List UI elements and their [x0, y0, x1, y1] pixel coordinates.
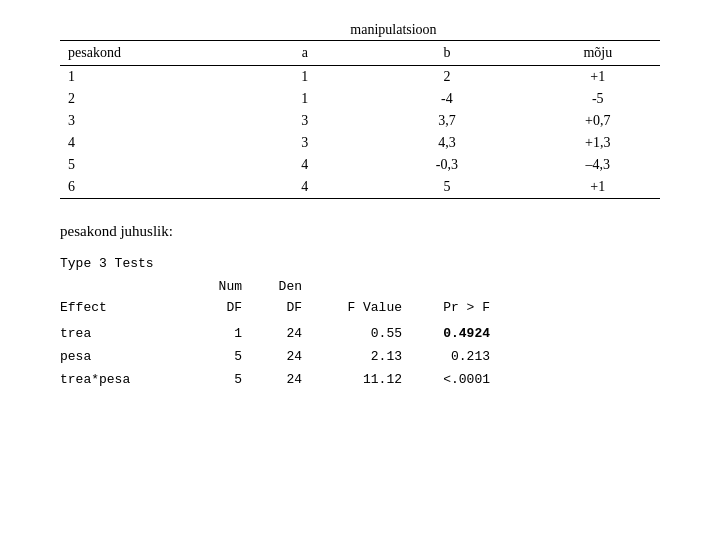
col-effect-spacer [60, 277, 190, 298]
table-row: 4 3 4,3 +1,3 [60, 132, 660, 154]
num-df-header: DF [190, 298, 250, 319]
col-fval-spacer [310, 277, 410, 298]
pr-header: Pr > F [410, 298, 490, 319]
table-row: 2 1 -4 -5 [60, 88, 660, 110]
den-df-header: DF [250, 298, 310, 319]
section-heading: pesakond juhuslik: [60, 223, 660, 240]
table-row: 3 3 3,7 +0,7 [60, 110, 660, 132]
table-row: 6 4 5 +1 [60, 176, 660, 199]
manipulatsioon-header: manipulatsioon [251, 20, 535, 41]
col-b-label: b [358, 41, 535, 66]
col-a-label: a [251, 41, 358, 66]
fvalue-header: F Value [310, 298, 410, 319]
type3-block: Type 3 Tests Num Den Effect DF DF F Valu… [60, 254, 660, 391]
col-den-top: Den [250, 277, 310, 298]
effect-header: Effect [60, 298, 190, 319]
pesakond-header [60, 20, 251, 41]
col-pr-spacer [410, 277, 490, 298]
type3-row-trea: trea 1 24 0.55 0.4924 [60, 324, 660, 345]
type3-row-trea-pesa: trea*pesa 5 24 11.12 <.0001 [60, 370, 660, 391]
table-row: 5 4 -0,3 –4,3 [60, 154, 660, 176]
col-num-top: Num [190, 277, 250, 298]
type3-row-pesa: pesa 5 24 2.13 0.213 [60, 347, 660, 368]
col-pesakond-label: pesakond [60, 41, 251, 66]
table-row: 1 1 2 +1 [60, 66, 660, 89]
moju-header-top [536, 20, 660, 41]
col-moju-label: mõju [536, 41, 660, 66]
type3-title: Type 3 Tests [60, 254, 660, 275]
main-table: manipulatsioon pesakond a b mõju 1 1 2 +… [60, 20, 660, 199]
